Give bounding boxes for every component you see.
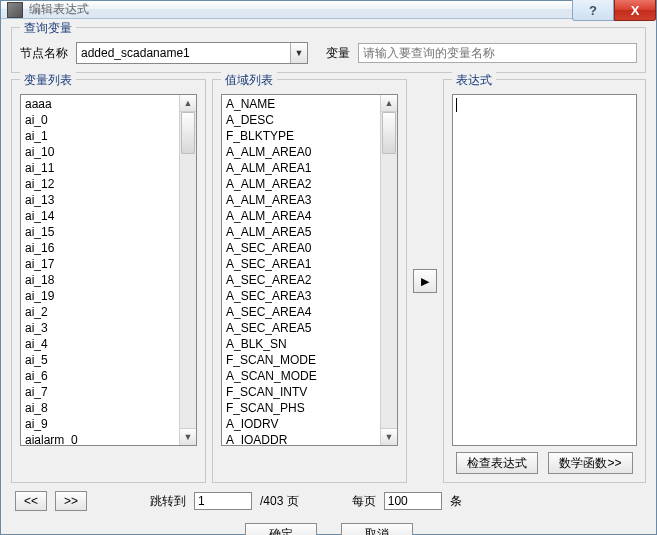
scroll-up-icon[interactable]: ▲ bbox=[381, 95, 397, 112]
list-item[interactable]: A_DESC bbox=[222, 112, 380, 128]
list-item[interactable]: ai_19 bbox=[21, 288, 179, 304]
list-item[interactable]: ai_10 bbox=[21, 144, 179, 160]
perpage-suffix-label: 条 bbox=[450, 493, 462, 510]
list-item[interactable]: ai_18 bbox=[21, 272, 179, 288]
list-item[interactable]: ai_16 bbox=[21, 240, 179, 256]
page-total-label: /403 页 bbox=[260, 493, 299, 510]
list-item[interactable]: A_ALM_AREA3 bbox=[222, 192, 380, 208]
list-item[interactable]: ai_5 bbox=[21, 352, 179, 368]
list-item[interactable]: A_ALM_AREA5 bbox=[222, 224, 380, 240]
page-prev-button[interactable]: << bbox=[15, 491, 47, 511]
lists-row: 变量列表 aaaaai_0ai_1ai_10ai_11ai_12ai_13ai_… bbox=[11, 79, 646, 483]
list-item[interactable]: aialarm_0 bbox=[21, 432, 179, 445]
scroll-down-icon[interactable]: ▼ bbox=[180, 428, 196, 445]
variable-list-group: 变量列表 aaaaai_0ai_1ai_10ai_11ai_12ai_13ai_… bbox=[11, 79, 206, 483]
transfer-arrow-col: ▶ bbox=[413, 79, 437, 483]
dialog-buttons: 确定 取消 bbox=[11, 517, 646, 535]
cancel-button[interactable]: 取消 bbox=[341, 523, 413, 535]
perpage-input[interactable] bbox=[384, 492, 442, 510]
list-item[interactable]: ai_17 bbox=[21, 256, 179, 272]
list-item[interactable]: ai_2 bbox=[21, 304, 179, 320]
perpage-label: 每页 bbox=[352, 493, 376, 510]
check-expression-button[interactable]: 检查表达式 bbox=[456, 452, 538, 474]
list-item[interactable]: ai_15 bbox=[21, 224, 179, 240]
node-name-value: added_scadaname1 bbox=[77, 43, 290, 63]
list-item[interactable]: A_BLK_SN bbox=[222, 336, 380, 352]
client-area: 查询变量 节点名称 added_scadaname1 ▼ 变量 变量列表 aaa… bbox=[1, 19, 656, 535]
math-functions-button[interactable]: 数学函数>> bbox=[548, 452, 632, 474]
list-item[interactable]: ai_13 bbox=[21, 192, 179, 208]
variable-list-legend: 变量列表 bbox=[20, 72, 76, 89]
page-number-input[interactable] bbox=[194, 492, 252, 510]
node-name-label: 节点名称 bbox=[20, 45, 68, 62]
list-item[interactable]: A_SEC_AREA0 bbox=[222, 240, 380, 256]
list-item[interactable]: ai_6 bbox=[21, 368, 179, 384]
help-button[interactable]: ? bbox=[572, 0, 614, 21]
list-item[interactable]: A_NAME bbox=[222, 96, 380, 112]
field-list-legend: 值域列表 bbox=[221, 72, 277, 89]
list-item[interactable]: A_SEC_AREA2 bbox=[222, 272, 380, 288]
list-item[interactable]: F_SCAN_PHS bbox=[222, 400, 380, 416]
transfer-right-button[interactable]: ▶ bbox=[413, 269, 437, 293]
query-legend: 查询变量 bbox=[20, 20, 76, 37]
list-item[interactable]: ai_12 bbox=[21, 176, 179, 192]
field-list-group: 值域列表 A_NAMEA_DESCF_BLKTYPEA_ALM_AREA0A_A… bbox=[212, 79, 407, 483]
titlebar: 编辑表达式 ? X bbox=[1, 1, 656, 19]
dialog-window: 编辑表达式 ? X 查询变量 节点名称 added_scadaname1 ▼ 变… bbox=[0, 0, 657, 535]
combo-arrow-icon[interactable]: ▼ bbox=[290, 43, 307, 63]
list-item[interactable]: ai_4 bbox=[21, 336, 179, 352]
scroll-thumb[interactable] bbox=[382, 112, 396, 154]
list-item[interactable]: A_ALM_AREA4 bbox=[222, 208, 380, 224]
variable-list-scrollbar[interactable]: ▲ ▼ bbox=[179, 95, 196, 445]
list-item[interactable]: ai_8 bbox=[21, 400, 179, 416]
list-item[interactable]: ai_0 bbox=[21, 112, 179, 128]
node-name-combo[interactable]: added_scadaname1 ▼ bbox=[76, 42, 308, 64]
list-item[interactable]: A_ALM_AREA2 bbox=[222, 176, 380, 192]
list-item[interactable]: A_SEC_AREA4 bbox=[222, 304, 380, 320]
field-listbox[interactable]: A_NAMEA_DESCF_BLKTYPEA_ALM_AREA0A_ALM_AR… bbox=[221, 94, 398, 446]
list-item[interactable]: A_SEC_AREA1 bbox=[222, 256, 380, 272]
query-group: 查询变量 节点名称 added_scadaname1 ▼ 变量 bbox=[11, 27, 646, 73]
variable-label: 变量 bbox=[326, 45, 350, 62]
list-item[interactable]: ai_11 bbox=[21, 160, 179, 176]
list-item[interactable]: ai_3 bbox=[21, 320, 179, 336]
list-item[interactable]: ai_14 bbox=[21, 208, 179, 224]
list-item[interactable]: A_IOADDR bbox=[222, 432, 380, 445]
expression-legend: 表达式 bbox=[452, 72, 496, 89]
list-item[interactable]: aaaa bbox=[21, 96, 179, 112]
list-item[interactable]: A_IODRV bbox=[222, 416, 380, 432]
app-icon bbox=[7, 2, 23, 18]
text-caret bbox=[456, 98, 457, 112]
scroll-thumb[interactable] bbox=[181, 112, 195, 154]
expression-textarea[interactable] bbox=[452, 94, 637, 446]
ok-button[interactable]: 确定 bbox=[245, 523, 317, 535]
expression-group: 表达式 检查表达式 数学函数>> bbox=[443, 79, 646, 483]
close-button[interactable]: X bbox=[614, 0, 656, 21]
list-item[interactable]: A_SEC_AREA5 bbox=[222, 320, 380, 336]
list-item[interactable]: F_BLKTYPE bbox=[222, 128, 380, 144]
list-item[interactable]: ai_9 bbox=[21, 416, 179, 432]
list-item[interactable]: A_SEC_AREA3 bbox=[222, 288, 380, 304]
pager-row: << >> 跳转到 /403 页 每页 条 bbox=[11, 489, 646, 511]
list-item[interactable]: A_ALM_AREA1 bbox=[222, 160, 380, 176]
list-item[interactable]: F_SCAN_INTV bbox=[222, 384, 380, 400]
variable-search-input[interactable] bbox=[358, 43, 637, 63]
field-list-scrollbar[interactable]: ▲ ▼ bbox=[380, 95, 397, 445]
list-item[interactable]: F_SCAN_MODE bbox=[222, 352, 380, 368]
list-item[interactable]: ai_7 bbox=[21, 384, 179, 400]
window-title: 编辑表达式 bbox=[29, 1, 89, 18]
scroll-up-icon[interactable]: ▲ bbox=[180, 95, 196, 112]
list-item[interactable]: A_ALM_AREA0 bbox=[222, 144, 380, 160]
list-item[interactable]: A_SCAN_MODE bbox=[222, 368, 380, 384]
variable-listbox[interactable]: aaaaai_0ai_1ai_10ai_11ai_12ai_13ai_14ai_… bbox=[20, 94, 197, 446]
scroll-down-icon[interactable]: ▼ bbox=[381, 428, 397, 445]
page-next-button[interactable]: >> bbox=[55, 491, 87, 511]
jump-to-label: 跳转到 bbox=[150, 493, 186, 510]
list-item[interactable]: ai_1 bbox=[21, 128, 179, 144]
